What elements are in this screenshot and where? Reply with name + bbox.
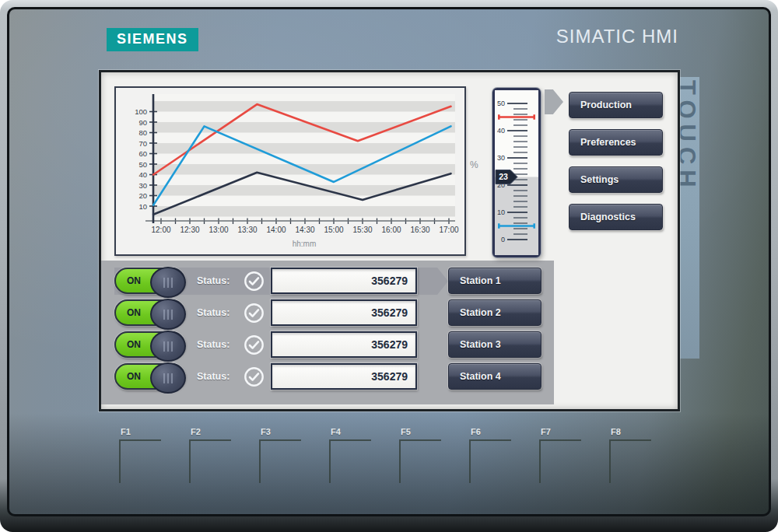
svg-text:hh:mm: hh:mm [293,240,317,248]
svg-text:13:00: 13:00 [209,226,228,234]
counter-value: 356279 [371,275,408,287]
svg-text:20: 20 [138,191,147,200]
svg-text:16:00: 16:00 [381,226,401,234]
power-toggle-4[interactable]: ON [114,363,185,390]
svg-text:0: 0 [501,236,505,243]
svg-text:90: 90 [138,118,147,127]
product-title: SIMATIC HMI [556,26,678,47]
svg-text:70: 70 [138,139,147,148]
toggle-state-label: ON [127,307,141,318]
fkey-outline [469,439,511,483]
menu-button-settings[interactable]: Settings [569,166,663,193]
svg-text:40: 40 [138,170,147,179]
toggle-state-label: ON [127,275,141,286]
status-label: Status: [197,339,230,350]
svg-text:30: 30 [497,154,505,162]
toggle-state-label: ON [127,371,141,382]
counter-field-1[interactable]: 356279 [271,268,417,294]
status-label: Status: [197,307,230,318]
screen: 10203040506070809010012:0012:3013:0013:3… [99,70,680,411]
counter-field-4[interactable]: 356279 [271,363,417,390]
counter-value: 356279 [371,370,408,383]
menu-pointer-icon [545,89,563,114]
status-label: Status: [197,275,230,286]
status-ok-icon [244,303,265,324]
toggle-knob[interactable] [150,362,186,394]
fkey-f5[interactable]: F5 [399,427,444,483]
svg-text:15:30: 15:30 [352,226,372,234]
svg-text:40: 40 [497,127,505,135]
menu-button-diagnostics[interactable]: Diagnostics [569,204,663,230]
svg-text:80: 80 [138,128,147,137]
svg-text:12:00: 12:00 [151,226,170,234]
station-button-2[interactable]: Station 2 [448,299,541,326]
fkey-f2[interactable]: F2 [189,427,234,483]
fkey-f6[interactable]: F6 [469,427,514,483]
menu-button-production[interactable]: Production [569,92,663,118]
fkey-outline [259,439,301,483]
svg-text:14:00: 14:00 [266,226,286,234]
hmi-device: SIEMENS SIMATIC HMI TOUCH 10203040506070… [0,0,778,532]
svg-text:15:00: 15:00 [324,226,343,234]
status-ok-icon [244,334,265,355]
chart-unit-label: % [470,159,478,170]
counter-field-3[interactable]: 356279 [271,331,417,358]
siemens-logo: SIEMENS [107,28,198,51]
station-row-1: ON Status: 356279 Station 1 [101,268,554,295]
fkey-outline [189,439,231,483]
trend-chart: 10203040506070809010012:0012:3013:0013:3… [114,86,466,256]
svg-text:13:30: 13:30 [237,226,257,234]
station-button-1[interactable]: Station 1 [448,268,541,294]
svg-text:14:30: 14:30 [295,226,314,234]
fkey-f1[interactable]: F1 [119,427,164,483]
svg-text:30: 30 [138,181,147,190]
station-row-3: ON Status: 356279 Station 3 [101,331,554,359]
menu-button-preferences[interactable]: Preferences [569,129,663,156]
counter-field-2[interactable]: 356279 [271,299,417,326]
counter-value: 356279 [371,338,408,351]
toggle-knob[interactable] [150,267,186,298]
fkey-f4[interactable]: F4 [329,427,374,483]
fkey-f3[interactable]: F3 [259,427,304,483]
toggle-knob[interactable] [150,331,186,362]
svg-text:12:30: 12:30 [180,226,199,234]
toggle-state-label: ON [127,339,141,350]
svg-text:60: 60 [138,149,147,158]
level-slider-svg: 0102030405023 [495,90,538,255]
fkey-outline [399,439,441,483]
svg-text:23: 23 [499,172,508,181]
svg-text:100: 100 [135,107,147,116]
fkey-outline [119,439,161,483]
station-button-4[interactable]: Station 4 [448,363,541,390]
station-row-2: ON Status: 356279 Station 2 [101,299,554,327]
svg-text:16:30: 16:30 [410,226,429,234]
fkey-outline [539,439,581,483]
status-ok-icon [244,366,265,387]
status-ok-icon [244,271,265,292]
fkey-f7[interactable]: F7 [539,427,584,483]
fkey-outline [609,439,651,483]
status-label: Status: [197,371,230,382]
svg-text:50: 50 [497,100,505,107]
power-toggle-1[interactable]: ON [114,268,185,294]
svg-text:17:00: 17:00 [439,226,458,234]
trend-chart-svg: 10203040506070809010012:0012:3013:0013:3… [116,88,461,251]
level-slider[interactable]: 0102030405023 [492,88,541,257]
toggle-knob[interactable] [150,299,186,330]
power-toggle-2[interactable]: ON [114,299,185,326]
counter-value: 356279 [371,306,408,319]
fkey-f8[interactable]: F8 [609,427,654,483]
station-button-3[interactable]: Station 3 [448,331,541,358]
svg-text:10: 10 [138,202,147,211]
fkey-outline [329,439,371,483]
svg-text:50: 50 [138,160,147,169]
svg-text:10: 10 [497,208,505,216]
station-row-4: ON Status: 356279 Station 4 [101,363,554,390]
power-toggle-3[interactable]: ON [114,331,185,358]
